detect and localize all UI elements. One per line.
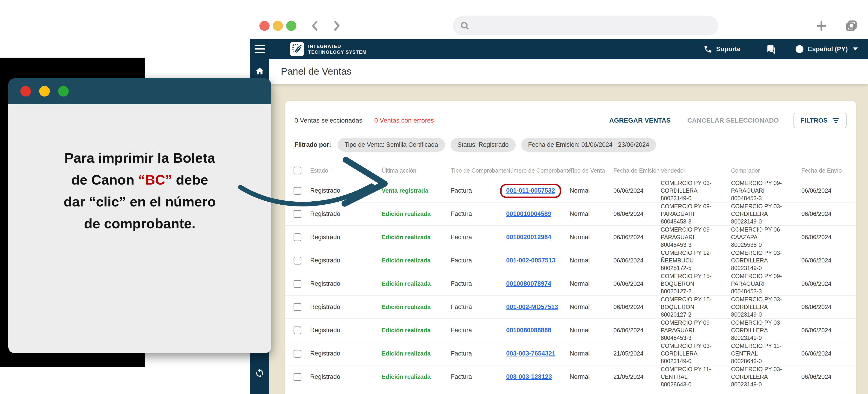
tab-overview-button[interactable] — [845, 20, 858, 32]
row-checkbox[interactable] — [293, 257, 301, 264]
column-header-tipo-venta[interactable]: Tipo de Venta — [569, 167, 613, 174]
fecha-envio-cell: 06/06/2024 — [801, 350, 850, 357]
column-header-fecha-emision[interactable]: Fecha de Emisión — [613, 167, 661, 174]
tipo-venta-cell: Normal — [569, 257, 613, 264]
support-button[interactable]: Soporte — [703, 44, 741, 54]
close-window-button[interactable] — [259, 21, 270, 31]
invoice-number-link[interactable]: 0010080088888 — [506, 327, 551, 334]
estado-cell: Registrado — [310, 350, 382, 357]
estado-cell: Registrado — [310, 234, 382, 241]
fecha-envio-cell: 06/06/2024 — [801, 280, 850, 287]
comprador-cell: COMERCIO PY 09-PARAGUARI 80048453-3 — [731, 179, 801, 202]
column-header-comprador[interactable]: Comprador — [731, 167, 801, 174]
invoice-number-link[interactable]: 0010010004589 — [506, 210, 551, 217]
invoice-number-link[interactable]: 001-011-0057532 — [500, 184, 561, 198]
tipo-comprobante-cell: Factura — [451, 257, 506, 264]
home-icon — [255, 66, 265, 76]
ultima-accion-cell: Edición realizada — [382, 257, 451, 264]
annotation-card: Para imprimir la Boleta de Canon “BC” de… — [8, 78, 271, 353]
filter-chip[interactable]: Status: Registrado — [451, 138, 516, 152]
forward-button[interactable] — [331, 19, 343, 32]
column-header-tipo-comprobante[interactable]: Tipo de Comprobante — [451, 167, 506, 174]
fecha-emision-cell: 06/06/2024 — [613, 257, 661, 264]
sidebar-item-sync[interactable] — [250, 367, 269, 380]
traffic-light-green-icon — [58, 86, 69, 97]
add-sales-button[interactable]: AGREGAR VENTAS — [609, 117, 671, 124]
chat-button[interactable] — [766, 44, 775, 54]
filter-chip[interactable]: Tipo de Venta: Semilla Certificada — [338, 138, 445, 152]
chat-icon — [766, 44, 775, 54]
vendedor-cell: COMERCIO PY 03-CORDILLERA 80023149-0 — [661, 342, 731, 365]
row-checkbox[interactable] — [293, 350, 301, 358]
column-header-ultima-accion[interactable]: Última acción — [382, 167, 451, 174]
app-logo-text: INTEGRATED TECHNOLOGY SYSTEM — [308, 43, 367, 55]
vendedor-cell: COMERCIO PY 12-ÑEEMBUCU 80025172-5 — [661, 249, 731, 272]
menu-icon[interactable] — [255, 45, 265, 53]
row-checkbox[interactable] — [293, 280, 301, 288]
table-row: Registrado Edición realizada Factura 003… — [285, 342, 856, 365]
back-button[interactable] — [309, 19, 321, 32]
vendedor-cell: COMERCIO PY 11-CENTRAL 80028643-0 — [661, 365, 731, 388]
filters-button[interactable]: FILTROS — [794, 113, 846, 128]
select-all-checkbox[interactable] — [293, 167, 301, 174]
row-checkbox[interactable] — [293, 303, 301, 311]
table-row: Registrado Venta registrada Factura 001-… — [285, 179, 856, 202]
language-selector[interactable]: Español (PY) — [795, 44, 858, 54]
estado-cell: Registrado — [310, 280, 382, 287]
row-checkbox[interactable] — [293, 233, 301, 241]
fecha-emision-cell: 06/06/2024 — [613, 210, 661, 218]
invoice-number-link[interactable]: 0010080078974 — [506, 280, 551, 287]
tipo-comprobante-cell: Factura — [451, 303, 506, 310]
minimize-window-button[interactable] — [273, 21, 283, 31]
annotation-card-titlebar — [8, 78, 271, 104]
page-title: Panel de Ventas — [269, 59, 868, 84]
estado-cell: Registrado — [310, 187, 382, 194]
tipo-venta-cell: Normal — [569, 303, 613, 310]
sort-desc-icon: ↓ — [331, 167, 334, 174]
cancel-selected-button[interactable]: CANCELAR SELECCIONADO — [687, 117, 779, 124]
new-tab-button[interactable] — [815, 20, 828, 32]
row-checkbox[interactable] — [293, 373, 301, 381]
column-header-estado[interactable]: Estado↓ — [310, 167, 382, 174]
fecha-envio-cell: 06/06/2024 — [801, 327, 850, 334]
estado-cell: Registrado — [310, 210, 382, 218]
tipo-comprobante-cell: Factura — [451, 280, 506, 287]
comprador-cell: COMERCIO PY 06-CAAZAPA 80025538-0 — [731, 226, 801, 249]
invoice-number-link[interactable]: 001-002-0057513 — [506, 257, 555, 264]
row-checkbox[interactable] — [293, 327, 301, 334]
column-header-numero-comprobante[interactable]: Número de Comprobante — [506, 167, 569, 174]
fecha-envio-cell: 06/06/2024 — [801, 210, 850, 218]
column-header-fecha-envio[interactable]: Fecha de Envío — [801, 167, 850, 174]
annotation-text: Para imprimir la Boleta de Canon “BC” de… — [8, 147, 271, 235]
sales-table-card: 0 Ventas seleccionadas 0 Ventas con erro… — [285, 101, 856, 394]
chevron-down-icon — [853, 47, 858, 51]
tipo-venta-cell: Normal — [569, 327, 613, 334]
invoice-number-link[interactable]: 003-003-123123 — [506, 373, 552, 380]
comprador-cell: COMERCIO PY 03-CORDILLERA 80023149-0 — [731, 202, 801, 225]
errors-count-label: 0 Ventas con errores — [374, 117, 434, 124]
tipo-comprobante-cell: Factura — [451, 350, 506, 357]
fecha-emision-cell: 06/06/2024 — [613, 303, 661, 310]
ultima-accion-cell: Venta registrada — [382, 187, 451, 194]
invoice-number-link[interactable]: 001-002-MD57513 — [506, 303, 558, 310]
invoice-number-link[interactable]: 003-003-7654321 — [506, 350, 555, 357]
comprador-cell: COMERCIO PY 11-CENTRAL 80028643-0 — [731, 342, 801, 365]
row-checkbox[interactable] — [293, 187, 301, 195]
invoice-number-link[interactable]: 0010020012984 — [506, 234, 551, 240]
sidebar-item-home[interactable] — [250, 64, 269, 78]
zoom-window-button[interactable] — [286, 21, 296, 31]
filter-chip[interactable]: Fecha de Emisión: 01/06/2024 - 23/06/202… — [521, 138, 656, 152]
column-header-vendedor[interactable]: Vendedor — [661, 167, 731, 174]
tipo-comprobante-cell: Factura — [451, 327, 506, 334]
ultima-accion-cell: Edición realizada — [382, 210, 451, 218]
fecha-envio-cell: 06/06/2024 — [801, 234, 850, 241]
address-search-bar[interactable] — [453, 16, 719, 35]
ultima-accion-cell: Edición realizada — [382, 327, 451, 334]
row-checkbox[interactable] — [293, 210, 301, 218]
selected-count-label: 0 Ventas seleccionadas — [294, 117, 362, 124]
table-row: Registrado Edición realizada Factura 003… — [285, 365, 856, 388]
tipo-venta-cell: Normal — [569, 373, 613, 381]
fecha-emision-cell: 21/05/2024 — [613, 373, 661, 381]
language-label: Español (PY) — [808, 45, 848, 53]
vendedor-cell: COMERCIO PY 15-BOQUERON 80020127-2 — [661, 272, 731, 295]
